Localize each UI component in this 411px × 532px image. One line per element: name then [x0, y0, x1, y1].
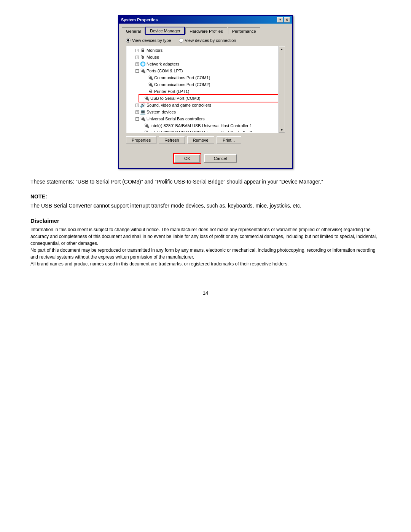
com1-icon: 🔌: [147, 75, 153, 81]
disclaimer-para-1: Information in this document is subject …: [30, 226, 381, 247]
ports-icon: 🔌: [140, 68, 146, 74]
tree-item-network[interactable]: + 🌐 Network adapters: [127, 61, 278, 67]
usb-label: Universal Serial Bus controllers: [147, 117, 205, 121]
tree-item-ports[interactable]: − 🔌 Ports (COM & LPT): [127, 67, 278, 74]
mouse-label: Mouse: [147, 55, 159, 59]
tree-item-intel2[interactable]: 🔌 Intel(r) 82801BA/BAM USB Universal Hos…: [127, 129, 278, 132]
usb-serial-com3-icon: 🔌: [143, 95, 150, 101]
usb-icon: 🔌: [140, 116, 146, 122]
radio-row: View devices by type View devices by con…: [126, 38, 285, 43]
note-text: The USB Serial Converter cannot support …: [30, 202, 381, 210]
tree-item-com2[interactable]: 🔌 Communications Port (COM2): [127, 81, 278, 88]
com1-label: Communications Port (COM1): [154, 75, 210, 80]
system-icon: 💻: [140, 109, 146, 115]
scroll-track: [279, 52, 285, 127]
tree-scrollbar: ▲ ▼: [279, 46, 285, 133]
network-label: Network adapters: [147, 62, 179, 66]
tab-bar: General Device Manager Hardware Profiles…: [122, 27, 289, 34]
tree-item-usb-serial-com3[interactable]: 🔌 USB to Serial Port (COM3): [139, 95, 278, 102]
tree-inner: + 🖥 Monitors + 🖱 Mouse: [127, 47, 278, 132]
page-number: 14: [30, 290, 381, 296]
note-heading: NOTE:: [30, 193, 381, 200]
lpt1-icon: 🖨: [147, 88, 153, 94]
help-button[interactable]: ?: [277, 17, 283, 22]
tree-item-com1[interactable]: 🔌 Communications Port (COM1): [127, 74, 278, 81]
action-buttons: Properties Refresh Remove Print...: [126, 136, 285, 144]
sound-icon: 🔊: [140, 102, 146, 108]
radio-by-type-label: View devices by type: [132, 38, 171, 43]
mouse-icon: 🖱: [140, 54, 146, 60]
titlebar: System Properties ? ✕: [119, 16, 292, 24]
ok-cancel-row: OK Cancel: [122, 152, 289, 165]
refresh-button[interactable]: Refresh: [159, 136, 185, 144]
lpt1-label: Printer Port (LPT1): [154, 89, 189, 94]
tree-item-intel1[interactable]: 🔌 Intel(r) 82801BA/BAM USB Universal Hos…: [127, 122, 278, 129]
note-section: NOTE: The USB Serial Converter cannot su…: [30, 193, 381, 210]
intel1-label: Intel(r) 82801BA/BAM USB Universal Host …: [150, 123, 252, 128]
scroll-down-button[interactable]: ▼: [279, 127, 285, 133]
ports-label: Ports (COM & LPT): [147, 69, 183, 73]
monitors-icon: 🖥: [140, 47, 146, 53]
device-tree: + 🖥 Monitors + 🖱 Mouse: [126, 46, 285, 133]
disclaimer-para-3: All brand names and product names used i…: [30, 260, 381, 267]
intel2-icon: 🔌: [143, 129, 150, 132]
com2-icon: 🔌: [147, 81, 153, 88]
com2-label: Communications Port (COM2): [154, 82, 210, 87]
radio-by-connection[interactable]: View devices by connection: [179, 38, 236, 43]
expand-mouse[interactable]: +: [135, 56, 139, 59]
disclaimer-para-2: No part of this document may be reproduc…: [30, 247, 381, 260]
network-icon: 🌐: [140, 61, 146, 67]
dialog-body: General Device Manager Hardware Profiles…: [119, 24, 292, 168]
ok-button[interactable]: OK: [174, 154, 200, 163]
usb-serial-com3-label: USB to Serial Port (COM3): [150, 96, 200, 101]
disclaimer-heading: Disclaimer: [30, 217, 381, 224]
print-button[interactable]: Print...: [217, 136, 241, 144]
system-label: System devices: [147, 110, 176, 114]
sound-label: Sound, video and game controllers: [147, 103, 211, 107]
expand-system[interactable]: +: [135, 110, 139, 114]
intel2-label: Intel(r) 82801BA/BAM USB Universal Host …: [150, 130, 252, 132]
expand-usb[interactable]: −: [135, 117, 139, 121]
system-properties-dialog: System Properties ? ✕ General Device Man…: [118, 15, 293, 169]
scroll-up-button[interactable]: ▲: [279, 46, 285, 52]
radio-by-type[interactable]: View devices by type: [126, 38, 171, 43]
tree-item-lpt1[interactable]: 🖨 Printer Port (LPT1): [127, 88, 278, 95]
tree-item-monitors[interactable]: + 🖥 Monitors: [127, 47, 278, 54]
expand-ports[interactable]: −: [135, 69, 139, 73]
close-button[interactable]: ✕: [284, 17, 290, 22]
disclaimer-section: Disclaimer Information in this document …: [30, 217, 381, 267]
radio-by-connection-label: View devices by connection: [185, 38, 236, 43]
expand-sound[interactable]: +: [135, 104, 139, 107]
tree-item-sound[interactable]: + 🔊 Sound, video and game controllers: [127, 102, 278, 109]
page-content: System Properties ? ✕ General Device Man…: [30, 15, 381, 296]
intel1-icon: 🔌: [143, 123, 150, 129]
tree-item-mouse[interactable]: + 🖱 Mouse: [127, 54, 278, 61]
dialog-wrapper: System Properties ? ✕ General Device Man…: [30, 15, 381, 169]
cancel-button[interactable]: Cancel: [204, 154, 237, 163]
tab-device-manager[interactable]: Device Manager: [146, 27, 185, 35]
tab-content: View devices by type View devices by con…: [122, 34, 289, 148]
properties-button[interactable]: Properties: [126, 136, 156, 144]
remove-button[interactable]: Remove: [187, 136, 214, 144]
description-text: These statements: “USB to Serial Port (C…: [30, 178, 381, 186]
tree-item-system[interactable]: + 💻 System devices: [127, 109, 278, 115]
expand-monitors[interactable]: +: [135, 49, 139, 52]
titlebar-buttons: ? ✕: [277, 17, 290, 22]
monitors-label: Monitors: [147, 48, 162, 53]
tree-item-usb[interactable]: − 🔌 Universal Serial Bus controllers: [127, 115, 278, 122]
expand-network[interactable]: +: [135, 62, 139, 66]
dialog-title: System Properties: [121, 18, 158, 22]
